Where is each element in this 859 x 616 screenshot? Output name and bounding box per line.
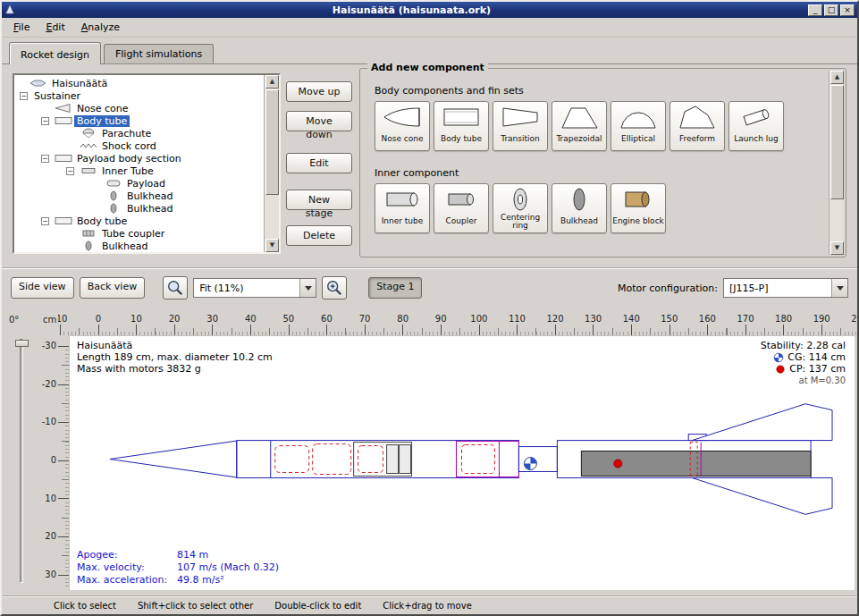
slider-thumb[interactable]: [15, 340, 29, 347]
component-button-label: Inner tube: [382, 212, 424, 231]
tree-item-rocket[interactable]: − Haisunäätä: [14, 77, 264, 89]
tree-expander: −: [91, 205, 103, 213]
tree-item-bulkhead[interactable]: − Bulkhead: [14, 202, 264, 215]
component-button-label: Bulkhead: [560, 212, 598, 231]
body-tube-icon: [53, 215, 74, 226]
tree-expander: −: [41, 105, 53, 113]
new-stage-button[interactable]: New stage: [286, 190, 352, 210]
bulkhead-shape[interactable]: [387, 445, 399, 474]
tree-item-sustainer[interactable]: − Sustainer: [14, 89, 264, 102]
tree-item-bulkhead[interactable]: − Bulkhead: [14, 240, 264, 252]
payload-shape[interactable]: [462, 445, 495, 474]
back-view-button[interactable]: Back view: [80, 277, 146, 299]
add-centering-ring-button[interactable]: Centering ring: [493, 183, 548, 233]
tree-item-label: Bulkhead: [124, 190, 175, 202]
tree-expander-collapse-icon[interactable]: −: [66, 167, 78, 175]
tree-item-nose-cone[interactable]: − Nose cone: [14, 102, 264, 114]
tree-item-payload[interactable]: − Payload: [14, 177, 264, 190]
tree-item-label: Parachute: [99, 128, 154, 139]
tree-expander: −: [91, 180, 103, 188]
zoom-out-button[interactable]: [163, 276, 188, 300]
tree-expander-collapse-icon[interactable]: −: [41, 155, 53, 163]
scrollbar-thumb[interactable]: [265, 89, 279, 195]
tree-item-parachute[interactable]: − Parachute: [14, 127, 264, 139]
chevron-down-icon[interactable]: [831, 279, 847, 297]
zoom-in-button[interactable]: [322, 276, 347, 300]
ruler-label: 0: [80, 314, 118, 325]
add-inner-tube-button[interactable]: Inner tube: [375, 183, 430, 233]
ruler-label: 90: [422, 314, 460, 325]
tree-item-label: Body tube: [74, 115, 130, 127]
add-freeform-fin-button[interactable]: Freeform: [670, 101, 725, 151]
tree-item-label: Bulkhead: [124, 203, 175, 215]
tree-item-bulkhead[interactable]: − Bulkhead: [14, 190, 264, 202]
tree-expander-collapse-icon[interactable]: −: [20, 92, 31, 100]
fin-shape-upper[interactable]: [692, 404, 832, 441]
rotation-angle-value: 0°: [9, 315, 19, 325]
tab-flight-simulations[interactable]: Flight simulations: [104, 44, 214, 63]
motor-configuration-select[interactable]: [J115-P]: [723, 278, 848, 298]
move-up-button[interactable]: Move up: [286, 81, 352, 102]
scroll-down-icon[interactable]: ▼: [830, 241, 844, 255]
minimize-button[interactable]: _: [808, 4, 822, 16]
bulkhead-shape[interactable]: [400, 445, 411, 474]
tree-item-payload-body-section[interactable]: − Payload body section: [14, 152, 264, 165]
ruler-label: 130: [574, 314, 612, 325]
add-engine-block-button[interactable]: Engine block: [611, 183, 666, 233]
scroll-down-icon[interactable]: ▼: [265, 239, 279, 252]
ruler-label: -30: [42, 341, 56, 351]
scroll-up-icon[interactable]: ▲: [830, 71, 844, 84]
tree-expander-collapse-icon[interactable]: −: [41, 217, 53, 225]
tree-item-inner-tube[interactable]: − Inner Tube: [14, 165, 264, 177]
scrollbar-thumb[interactable]: [830, 85, 844, 199]
motor-configuration-label: Motor configuration:: [618, 283, 718, 294]
magnifier-icon: [325, 279, 343, 297]
delete-button[interactable]: Delete: [286, 225, 352, 246]
parachute-shape[interactable]: [313, 444, 351, 475]
add-coupler-button[interactable]: Coupler: [434, 183, 489, 233]
add-nose-cone-button[interactable]: Nose cone: [375, 101, 430, 151]
stage-1-toggle[interactable]: Stage 1: [368, 277, 422, 299]
fin-shape-lower[interactable]: [692, 477, 832, 514]
add-trapezoidal-fin-button[interactable]: Trapezoidal: [552, 101, 607, 151]
move-down-button[interactable]: Move down: [286, 111, 352, 131]
rocket-canvas[interactable]: Haisunäätä Length 189 cm, max. diameter …: [69, 335, 855, 590]
edit-button[interactable]: Edit: [286, 153, 352, 173]
add-bulkhead-button[interactable]: Bulkhead: [552, 183, 607, 233]
tree-item-body-tube-aft[interactable]: − Body tube: [14, 215, 264, 227]
tree-item-tube-coupler[interactable]: − Tube coupler: [14, 227, 264, 240]
shock-cord-shape[interactable]: [275, 446, 309, 473]
payload-shape[interactable]: [358, 446, 383, 473]
rotation-slider[interactable]: [20, 339, 23, 583]
tree-item-body-tube[interactable]: − Body tube: [14, 114, 264, 127]
add-launch-lug-button[interactable]: Launch lug: [728, 101, 784, 151]
tube-coupler-shape[interactable]: [518, 447, 557, 472]
menu-file[interactable]: File: [5, 19, 38, 36]
ruler-label: 30: [193, 314, 232, 325]
flight-info-block: Apogee: 814 m Max. velocity: 107 m/s (Ma…: [77, 549, 279, 586]
tree-item-shock-cord[interactable]: − Shock cord: [14, 139, 264, 152]
trapezoidal-fin-icon: [560, 105, 599, 130]
ruler-label: -10: [42, 417, 56, 427]
vertical-ruler: -30-20-100102030: [41, 335, 69, 588]
tree-expander-collapse-icon[interactable]: −: [41, 117, 53, 125]
tab-rocket-design[interactable]: Rocket design: [9, 42, 101, 64]
add-elliptical-fin-button[interactable]: Elliptical: [611, 101, 666, 151]
maximize-button[interactable]: □: [824, 4, 838, 16]
nose-cone-shape[interactable]: [110, 441, 237, 477]
add-transition-button[interactable]: Transition: [493, 101, 548, 151]
apogee-label: Apogee:: [77, 549, 177, 561]
ruler-label: 10: [117, 314, 156, 325]
side-view-button[interactable]: Side view: [11, 277, 74, 299]
scroll-up-icon[interactable]: ▲: [265, 75, 279, 89]
menu-analyze[interactable]: Analyze: [73, 19, 128, 36]
inner-tube-shape[interactable]: [457, 442, 519, 477]
close-button[interactable]: ×: [840, 4, 855, 16]
component-panel-scrollbar[interactable]: ▲ ▼: [829, 71, 844, 255]
max-acceleration-value: 49.8 m/s²: [177, 574, 224, 586]
tree-scrollbar[interactable]: ▲ ▼: [264, 75, 279, 252]
menu-edit[interactable]: Edit: [38, 19, 72, 36]
chevron-down-icon[interactable]: [299, 279, 316, 297]
zoom-select[interactable]: Fit (11%): [193, 278, 316, 298]
add-body-tube-button[interactable]: Body tube: [434, 101, 489, 151]
